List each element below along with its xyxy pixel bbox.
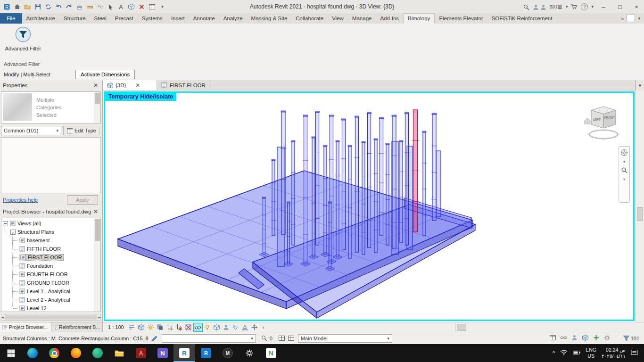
- taskbar-app-autocad[interactable]: A: [130, 344, 152, 362]
- selection-filter[interactable]: 101: [611, 335, 644, 342]
- hidden-icons-chevron[interactable]: ^: [553, 350, 555, 356]
- ribbon-tab-precast[interactable]: Precast: [111, 13, 138, 24]
- ribbon-tab-annotate[interactable]: Annotate: [189, 13, 219, 24]
- tag-icon[interactable]: [231, 323, 240, 331]
- properties-grid[interactable]: [1, 137, 101, 193]
- ribbon-tab-sofistik-reinforcement[interactable]: SOFiSTiK Reinforcement: [487, 13, 557, 24]
- taskbar-app-dark-app[interactable]: M: [217, 344, 239, 362]
- settings-dim-icon[interactable]: [603, 334, 611, 342]
- view-tab-first-floor[interactable]: FIRST FLOOR: [157, 80, 211, 90]
- close-view-icon[interactable]: ✕: [135, 82, 140, 89]
- zoom-dropdown-icon[interactable]: ▾: [623, 178, 625, 181]
- measure-icon[interactable]: [85, 1, 95, 12]
- collapse-bar-icon[interactable]: ‹: [260, 324, 264, 330]
- taskbar-app-browser-green[interactable]: [87, 344, 108, 362]
- edit-selection-icon[interactable]: [151, 335, 158, 342]
- section-icon[interactable]: [95, 1, 105, 12]
- help-icon[interactable]: ?: [581, 3, 588, 10]
- full-navigation-wheel-icon[interactable]: [620, 149, 628, 157]
- zoom-icon[interactable]: [621, 167, 628, 175]
- ribbon-tab-add-ins[interactable]: Add-Ins: [376, 13, 403, 24]
- advanced-filter-button[interactable]: Advanced Filter: [3, 25, 43, 60]
- viewport-scroll-up-icon[interactable]: ▾: [636, 80, 644, 90]
- keynote-combobox[interactable]: ▾: [162, 334, 256, 343]
- taskbar-app-edge[interactable]: [22, 344, 43, 362]
- ribbon-state-icon[interactable]: [627, 15, 635, 22]
- tree-item-first-floor[interactable]: FIRST FLOOR: [1, 253, 100, 262]
- dropdown-icon[interactable]: ▾: [157, 1, 167, 12]
- maximize-button[interactable]: □: [613, 0, 627, 13]
- design-options-combobox[interactable]: Main Model▾: [298, 334, 392, 343]
- tree-item-foundation[interactable]: Foundation: [1, 262, 100, 270]
- ribbon-tab-view[interactable]: View: [328, 13, 348, 24]
- apply-button[interactable]: Apply: [67, 195, 98, 205]
- taskbar-app-purple-app[interactable]: N: [152, 344, 173, 362]
- view-tab-3d[interactable]: {3D} ✕: [103, 80, 157, 90]
- properties-help-link[interactable]: Properties help: [1, 197, 38, 203]
- viewport-vertical-scrollbar[interactable]: [636, 90, 644, 322]
- tree-root-views[interactable]: Views (all): [1, 219, 100, 228]
- wheel-dropdown-icon[interactable]: ▾: [623, 161, 625, 164]
- scrollbar-thumb[interactable]: [637, 207, 643, 221]
- scrollbar-thumb[interactable]: [457, 324, 466, 331]
- project-browser-close-icon[interactable]: ✕: [92, 208, 99, 215]
- account-name[interactable]: 찾0혩: [549, 3, 562, 10]
- ribbon-tab-insert[interactable]: Insert: [167, 13, 189, 24]
- sync-icon[interactable]: [43, 1, 53, 12]
- schedule-icon[interactable]: [147, 1, 157, 12]
- temporary-hide-isolate-icon[interactable]: [194, 323, 202, 331]
- revit-logo-icon[interactable]: R: [2, 1, 12, 12]
- tree-item-fifth-floor[interactable]: FIFTH FLOOR: [1, 245, 100, 253]
- ribbon-tab-manage[interactable]: Manage: [348, 13, 376, 24]
- taskbar-app-chrome[interactable]: [43, 344, 65, 362]
- taskbar-app-notepad[interactable]: N: [260, 344, 282, 362]
- print-icon[interactable]: [74, 1, 84, 12]
- default-3d-icon[interactable]: [213, 323, 221, 331]
- tree-item-ground-floor[interactable]: GROUND FLOOR: [1, 279, 100, 287]
- analytical-model-icon[interactable]: [241, 323, 249, 331]
- save-icon[interactable]: [33, 1, 43, 12]
- home-icon[interactable]: [12, 1, 22, 12]
- help-dropdown-icon[interactable]: ▾: [591, 4, 594, 9]
- ribbon-tab-elements-elevator[interactable]: Elements Elevator: [435, 13, 487, 24]
- viewcube[interactable]: LEFT FRONT: [584, 105, 623, 143]
- minimize-button[interactable]: –: [597, 0, 610, 13]
- ribbon-tab-structure[interactable]: Structure: [59, 13, 90, 24]
- ribbon-collapse-icon[interactable]: ▾: [638, 16, 640, 21]
- notification-center-icon[interactable]: [631, 349, 638, 357]
- ribbon-tab-file[interactable]: File: [0, 13, 22, 24]
- displacement-icon[interactable]: [250, 323, 259, 331]
- tree-item-basement[interactable]: basement: [1, 236, 100, 245]
- show-crop-icon[interactable]: [175, 323, 183, 331]
- taskbar-app-settings[interactable]: [239, 344, 260, 362]
- taskbar-app-revit-viewer[interactable]: R: [195, 344, 217, 362]
- battery-icon[interactable]: [573, 350, 580, 356]
- user-icon[interactable]: [571, 334, 578, 342]
- undo-icon[interactable]: [54, 1, 64, 12]
- ribbon-tab-massing-site[interactable]: Massing & Site: [247, 13, 292, 24]
- tree-horizontal-scrollbar[interactable]: ◂ ▸: [1, 314, 101, 321]
- tree-item-level-2-analytical[interactable]: Level 2 - Analytical: [1, 296, 100, 304]
- search-icon[interactable]: [523, 4, 529, 10]
- ribbon-tab-systems[interactable]: Systems: [138, 13, 167, 24]
- visual-style-icon[interactable]: [137, 323, 146, 331]
- worksets-table-icon[interactable]: [278, 335, 285, 342]
- detail-level-icon[interactable]: [128, 323, 136, 331]
- worksets-icon[interactable]: [549, 334, 556, 342]
- type-selector-dropdown[interactable]: Common (101)▾: [1, 126, 61, 135]
- taskbar-app-file-explorer[interactable]: [108, 344, 130, 362]
- hide-elements-icon[interactable]: [184, 323, 193, 331]
- panel-tab-project-browser-[interactable]: Project Browser...: [0, 322, 51, 332]
- activate-dimensions-button[interactable]: Activate Dimensions: [75, 70, 135, 79]
- redo-icon[interactable]: [64, 1, 74, 12]
- search-small-icon[interactable]: [261, 335, 267, 342]
- scroll-left-icon[interactable]: ◂: [1, 315, 4, 320]
- close-hidden-icon[interactable]: [137, 1, 147, 12]
- tree-scrollbar[interactable]: [94, 218, 100, 312]
- open-icon[interactable]: [23, 1, 33, 12]
- app-store-cart-icon[interactable]: [571, 3, 578, 10]
- taskbar-app-revit[interactable]: R: [173, 344, 195, 362]
- tree-item-level-1-analytical[interactable]: Level 1 - Analytical: [1, 287, 100, 296]
- crop-view-icon[interactable]: [165, 323, 174, 331]
- collapse-icon[interactable]: [10, 230, 16, 235]
